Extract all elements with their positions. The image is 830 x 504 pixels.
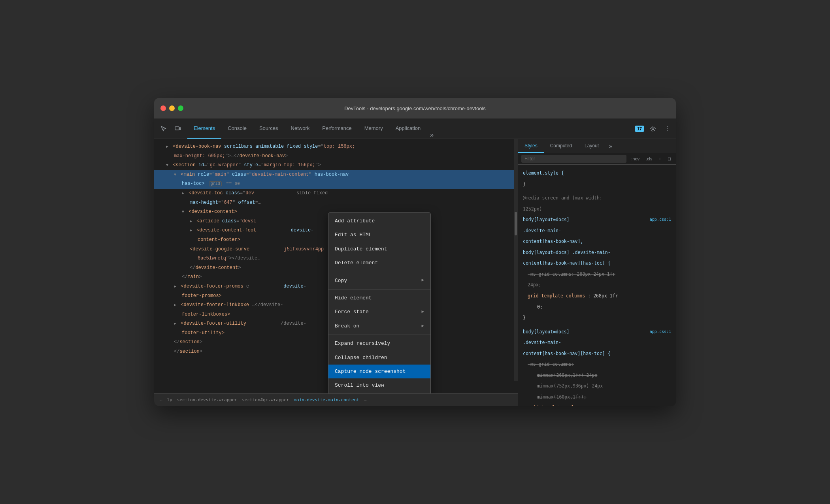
- html-line-highlighted[interactable]: ▼ <main role="main" class="devsite-main-…: [154, 170, 518, 180]
- html-line[interactable]: ▼ <section id="gc-wrapper" style="margin…: [154, 161, 518, 170]
- titlebar: DevTools - developers.google.com/web/too…: [154, 98, 676, 118]
- more-options-icon[interactable]: ⋮: [662, 123, 673, 134]
- minimize-button[interactable]: [169, 105, 175, 111]
- menu-divider: [328, 335, 430, 335]
- menu-edit-html[interactable]: Edit as HTML: [328, 228, 430, 242]
- css-closing: }: [518, 179, 676, 190]
- elements-panel: ▶ <devsite-book-nav scrollbars animatabl…: [154, 139, 518, 406]
- scrollbar-track[interactable]: [514, 139, 518, 381]
- breadcrumb-bar: … ly section.devsite-wrapper section#gc-…: [154, 393, 518, 406]
- close-button[interactable]: [160, 105, 166, 111]
- css-rule-block-2: body[layout=docs] app.css:1 .devsite-mai…: [518, 327, 676, 406]
- html-line[interactable]: max-height="647" offset=…: [154, 198, 518, 208]
- tab-layout[interactable]: Layout: [578, 139, 605, 153]
- breadcrumb-end-dots[interactable]: …: [362, 397, 369, 403]
- menu-add-attribute[interactable]: Add attribute: [328, 214, 430, 228]
- main-content: ▶ <devsite-book-nav scrollbars animatabl…: [154, 139, 676, 406]
- elements-content[interactable]: ▶ <devsite-book-nav scrollbars animatabl…: [154, 139, 518, 393]
- breadcrumb-section-gc[interactable]: section#gc-wrapper: [240, 397, 291, 403]
- css-rule-element-style: element.style { }: [518, 168, 676, 190]
- notification-badge[interactable]: 17: [635, 126, 644, 132]
- breadcrumb-dots[interactable]: …: [157, 397, 165, 403]
- styles-filter-bar: :hov .cls + ⊟: [518, 153, 676, 165]
- window-title: DevTools - developers.google.com/web/too…: [344, 105, 486, 111]
- devtools-window: DevTools - developers.google.com/web/too…: [154, 98, 676, 406]
- submenu-arrow: ▶: [421, 322, 424, 330]
- styles-panel: Styles Computed Layout » :hov .cls + ⊟: [518, 139, 676, 406]
- menu-divider: [328, 289, 430, 290]
- breadcrumb-ly[interactable]: ly: [165, 397, 175, 403]
- menu-collapse-children[interactable]: Collapse children: [328, 351, 430, 365]
- svg-point-2: [652, 128, 654, 130]
- tab-application[interactable]: Application: [389, 118, 427, 139]
- styles-content: element.style { } @media screen and (max…: [518, 165, 676, 406]
- menu-force-state[interactable]: Force state ▶: [328, 305, 430, 319]
- html-line[interactable]: ▶ <devsite-toc class="dev sible fixed: [154, 189, 518, 198]
- css-link-app1[interactable]: app.css:1: [650, 216, 671, 224]
- hov-filter-btn[interactable]: :hov: [630, 156, 641, 162]
- menu-duplicate[interactable]: Duplicate element: [328, 242, 430, 256]
- menu-copy[interactable]: Copy ▶: [328, 274, 430, 288]
- tab-performance[interactable]: Performance: [316, 118, 358, 139]
- menu-divider: [328, 272, 430, 272]
- toggle-style-btn[interactable]: ⊟: [666, 156, 673, 162]
- menu-hide[interactable]: Hide element: [328, 291, 430, 305]
- toolbar-tabs: Elements Console Sources Network Perform…: [187, 118, 437, 139]
- tab-computed[interactable]: Computed: [544, 139, 578, 153]
- svg-rect-0: [175, 127, 179, 130]
- svg-rect-1: [179, 128, 181, 130]
- breadcrumb-section-wrapper[interactable]: section.devsite-wrapper: [175, 397, 240, 403]
- settings-icon[interactable]: [647, 123, 658, 134]
- add-style-btn[interactable]: +: [657, 156, 663, 162]
- styles-tabs: Styles Computed Layout »: [518, 139, 676, 153]
- inspector-icon[interactable]: [157, 122, 170, 135]
- tab-elements[interactable]: Elements: [187, 118, 221, 139]
- toolbar-right: 17 ⋮: [635, 123, 673, 134]
- menu-focus[interactable]: Focus: [328, 393, 430, 393]
- css-rule-media-1: @media screen and (max-width: 1252px) bo…: [518, 193, 676, 323]
- html-line[interactable]: ▶ <devsite-book-nav scrollbars animatabl…: [154, 142, 518, 152]
- maximize-button[interactable]: [178, 105, 183, 111]
- devtools-toolbar: Elements Console Sources Network Perform…: [154, 118, 676, 139]
- css-link-app2[interactable]: app.css:1: [650, 328, 671, 336]
- traffic-lights: [160, 105, 183, 111]
- context-menu: Add attribute Edit as HTML Duplicate ele…: [328, 212, 431, 393]
- tab-console[interactable]: Console: [221, 118, 253, 139]
- toolbar-icons: [157, 122, 184, 135]
- submenu-arrow: ▶: [421, 308, 424, 316]
- menu-scroll-into-view[interactable]: Scroll into view: [328, 378, 430, 392]
- tab-memory[interactable]: Memory: [358, 118, 389, 139]
- css-media-value: 1252px): [518, 204, 676, 215]
- menu-expand-recursively[interactable]: Expand recursively: [328, 337, 430, 350]
- menu-delete[interactable]: Delete element: [328, 256, 430, 270]
- breadcrumb-main-content[interactable]: main.devsite-main-content: [291, 397, 362, 403]
- menu-capture-screenshot[interactable]: Capture node screenshot: [328, 365, 430, 378]
- tab-sources[interactable]: Sources: [253, 118, 285, 139]
- css-media-query: @media screen and (max-width:: [518, 193, 676, 204]
- html-line-highlighted[interactable]: has-toc> grid == $0: [154, 179, 518, 189]
- device-toggle-icon[interactable]: [172, 122, 184, 135]
- tab-network[interactable]: Network: [285, 118, 316, 139]
- menu-break-on[interactable]: Break on ▶: [328, 319, 430, 333]
- cls-filter-btn[interactable]: .cls: [644, 156, 654, 162]
- styles-filter-input[interactable]: [521, 155, 626, 163]
- css-selector-element: element.style {: [518, 168, 676, 179]
- html-line[interactable]: max-height: 695px;">…</devsite-book-nav>: [154, 152, 518, 161]
- scrollbar-thumb[interactable]: [515, 212, 517, 235]
- more-styles-tabs[interactable]: »: [607, 139, 615, 153]
- tab-styles[interactable]: Styles: [518, 139, 544, 153]
- more-tabs-button[interactable]: »: [427, 132, 437, 139]
- submenu-arrow: ▶: [421, 276, 424, 284]
